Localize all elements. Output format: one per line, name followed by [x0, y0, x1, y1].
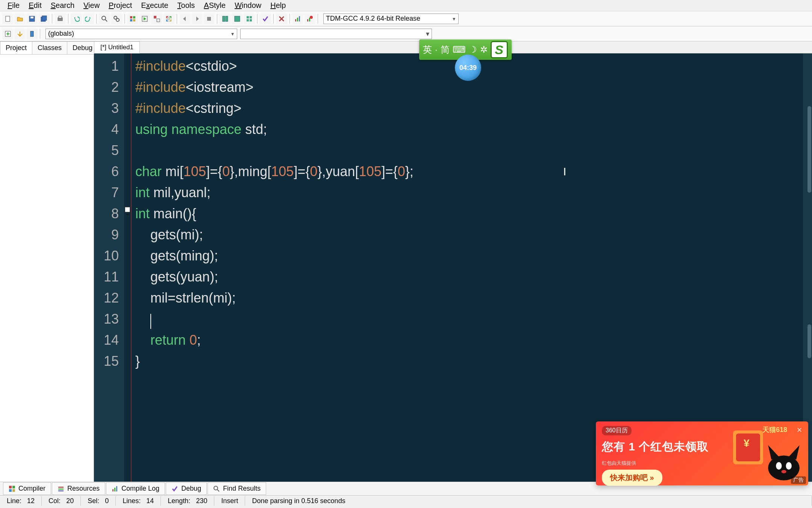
bars-icon [112, 485, 118, 492]
compiler-select[interactable]: TDM-GCC 4.9.2 64-bit Release [323, 14, 459, 24]
menu-file[interactable]: File [3, 0, 24, 11]
scope-select[interactable]: (globals) [45, 29, 237, 39]
toolbar-separator [96, 14, 97, 24]
insert-icon[interactable] [14, 28, 26, 40]
compile-run-icon[interactable] [151, 13, 162, 24]
bottom-tab-compile-log[interactable]: Compile Log [106, 482, 165, 495]
toolbar-separator [289, 14, 290, 24]
svg-point-55 [214, 486, 218, 490]
tab-debug[interactable]: Debug [67, 41, 98, 54]
ime-lang[interactable]: 英 [423, 44, 432, 56]
ime-mode[interactable]: 简 [441, 44, 450, 56]
svg-rect-51 [58, 490, 64, 491]
menu-execute[interactable]: Execute [136, 0, 173, 11]
bottom-tab-resources[interactable]: Resources [52, 482, 105, 495]
debug-cancel-icon[interactable] [276, 13, 287, 24]
menu-edit[interactable]: Edit [24, 0, 46, 11]
status-parse: Done parsing in 0.516 seconds [245, 496, 812, 506]
ime-moon-icon[interactable]: ☽ [469, 44, 477, 55]
tab-classes[interactable]: Classes [32, 41, 67, 54]
menu-view[interactable]: View [79, 0, 104, 11]
toolbar-separator [40, 29, 40, 39]
file-tab-untitled[interactable]: [*] Untitled1 [94, 41, 140, 53]
svg-rect-46 [12, 486, 15, 488]
tab-project[interactable]: Project [0, 41, 32, 54]
check-icon [171, 485, 178, 492]
fold-column [124, 53, 132, 482]
scrollbar-thumb[interactable] [807, 324, 811, 358]
new-file-icon[interactable] [2, 13, 14, 24]
time-badge: 04:39 [455, 55, 481, 81]
status-sel: Sel: 0 [81, 496, 116, 506]
menu-project[interactable]: Project [104, 0, 136, 11]
bottom-tab-find-results[interactable]: Find Results [208, 482, 266, 495]
debug-check-icon[interactable] [260, 13, 271, 24]
status-lines: Lines: 14 [116, 496, 161, 506]
editor-area: [*] Untitled1 123456789101112131415 #inc… [94, 41, 812, 482]
fold-marker-icon[interactable] [125, 207, 130, 212]
bottom-tab-compiler[interactable]: Compiler [3, 482, 51, 495]
toolbar-separator [52, 14, 52, 24]
ime-sep: · [435, 44, 438, 55]
run-icon[interactable] [139, 13, 150, 24]
side-panel: Project Classes Debug [0, 41, 94, 482]
find-icon[interactable] [99, 13, 110, 24]
code-content[interactable]: #include<cstdio> #include<iostream> #inc… [132, 53, 417, 482]
svg-rect-28 [250, 16, 252, 18]
window-grid-icon[interactable] [244, 13, 255, 24]
svg-rect-34 [307, 19, 308, 21]
debug-fwd-icon[interactable] [191, 13, 203, 24]
bottom-tab-debug[interactable]: Debug [166, 482, 207, 495]
menu-tools[interactable]: Tools [173, 0, 200, 11]
svg-rect-27 [247, 16, 249, 18]
toolbar-separator [68, 14, 68, 24]
bookmark-icon[interactable] [26, 28, 38, 40]
code-editor[interactable]: 123456789101112131415 #include<cstdio> #… [94, 53, 812, 482]
window-single-icon[interactable] [232, 13, 243, 24]
svg-rect-24 [223, 16, 225, 21]
menu-bar: File Edit Search View Project Execute To… [0, 0, 812, 11]
toolbar-separator [318, 14, 318, 24]
print-icon[interactable] [55, 13, 66, 24]
open-file-icon[interactable] [14, 13, 26, 24]
save-icon[interactable] [26, 13, 38, 24]
svg-point-44 [781, 470, 786, 473]
menu-window[interactable]: Window [230, 0, 266, 11]
menu-search[interactable]: Search [46, 0, 79, 11]
save-all-icon[interactable] [38, 13, 50, 24]
redo-icon[interactable] [83, 13, 94, 24]
svg-rect-50 [58, 488, 64, 490]
rebuild-icon[interactable] [163, 13, 174, 24]
undo-icon[interactable] [71, 13, 82, 24]
svg-rect-26 [235, 16, 240, 21]
window-tile-icon[interactable] [220, 13, 231, 24]
menu-astyle[interactable]: AStyle [199, 0, 230, 11]
grid-icon [9, 485, 15, 492]
ime-badge[interactable]: S [491, 41, 508, 58]
svg-rect-6 [59, 16, 62, 18]
debug-stop-icon[interactable] [203, 13, 215, 24]
ime-gear-icon[interactable]: ✲ [480, 44, 488, 55]
svg-rect-52 [112, 489, 114, 491]
scrollbar-thumb[interactable] [807, 106, 811, 193]
menu-help[interactable]: Help [266, 0, 290, 11]
replace-icon[interactable] [111, 13, 122, 24]
ad-popup: 360日历 ✕ 天猫618 您有 1 个红包未领取 红包由天猫提供 快来加购吧 … [596, 421, 808, 485]
member-select[interactable] [240, 29, 432, 39]
ad-close-icon[interactable]: ✕ [797, 426, 802, 435]
profile-icon[interactable] [292, 13, 303, 24]
svg-rect-31 [295, 19, 296, 21]
vertical-scrollbar[interactable] [803, 53, 812, 482]
svg-rect-30 [250, 19, 252, 21]
side-tabs: Project Classes Debug [0, 41, 94, 55]
ime-keyboard-icon[interactable]: ⌨ [453, 44, 466, 55]
status-col: Col: 20 [42, 496, 81, 506]
ad-cta-button[interactable]: 快来加购吧 » [602, 470, 662, 486]
stack-icon [58, 485, 64, 492]
new-project-icon[interactable] [2, 28, 14, 40]
compile-icon[interactable] [127, 13, 138, 24]
debug-back-icon[interactable] [179, 13, 191, 24]
svg-rect-32 [297, 18, 298, 21]
delete-profile-icon[interactable] [304, 13, 315, 24]
red-envelope-icon [733, 430, 763, 464]
